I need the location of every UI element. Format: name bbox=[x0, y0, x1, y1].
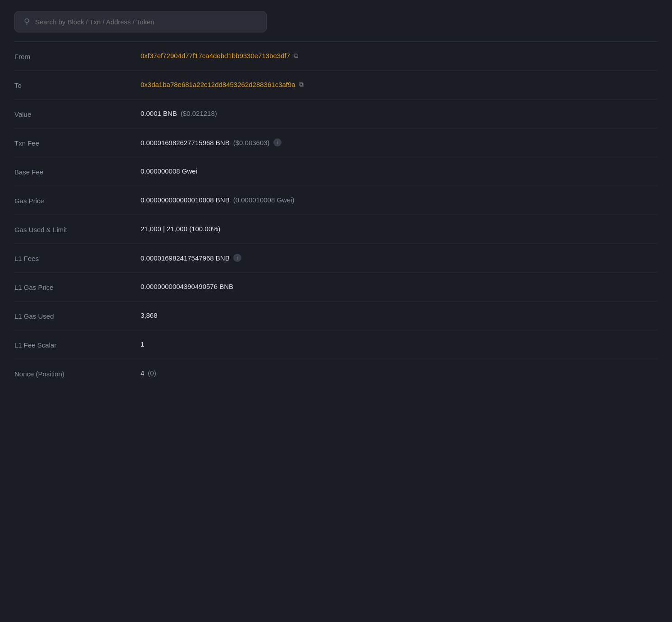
search-icon: ⚲ bbox=[24, 17, 30, 27]
value-usd: ($0.021218) bbox=[181, 110, 217, 117]
from-row: From 0xf37ef72904d77f17ca4debd1bb9330e71… bbox=[14, 42, 658, 71]
gas-used-limit-row: Gas Used & Limit 21,000 | 21,000 (100.00… bbox=[14, 215, 658, 244]
l1-fee-scalar-row: L1 Fee Scalar 1 bbox=[14, 330, 658, 359]
nonce-position: (0) bbox=[148, 369, 156, 377]
gas-price-gwei: (0.000010008 Gwei) bbox=[233, 196, 295, 204]
copy-from-icon[interactable]: ⧉ bbox=[294, 52, 298, 59]
txn-fee-usd: ($0.003603) bbox=[233, 139, 270, 146]
txn-fee-amount: 0.000016982627715968 BNB bbox=[141, 139, 230, 146]
search-input[interactable] bbox=[35, 18, 257, 26]
base-fee-value: 0.000000008 Gwei bbox=[141, 167, 197, 175]
transaction-details: From 0xf37ef72904d77f17ca4debd1bb9330e71… bbox=[0, 42, 672, 388]
to-address[interactable]: 0x3da1ba78e681a22c12dd8453262d288361c3af… bbox=[141, 81, 295, 88]
search-bar[interactable]: ⚲ bbox=[14, 11, 267, 32]
value-amount: 0.0001 BNB bbox=[141, 110, 177, 117]
l1-fees-info-icon[interactable]: i bbox=[233, 254, 241, 262]
to-row: To 0x3da1ba78e681a22c12dd8453262d288361c… bbox=[14, 71, 658, 100]
l1-gas-price-amount: 0.0000000004390490576 BNB bbox=[141, 283, 233, 290]
l1-gas-price-row: L1 Gas Price 0.0000000004390490576 BNB bbox=[14, 273, 658, 302]
base-fee-amount: 0.000000008 Gwei bbox=[141, 167, 197, 175]
l1-fees-row: L1 Fees 0.000016982417547968 BNB i bbox=[14, 244, 658, 273]
search-bar-container: ⚲ bbox=[0, 0, 672, 41]
gas-used-limit-label: Gas Used & Limit bbox=[14, 225, 141, 233]
l1-fee-scalar-value: 1 bbox=[141, 340, 144, 348]
l1-gas-used-value: 3,868 bbox=[141, 311, 158, 319]
base-fee-label: Base Fee bbox=[14, 167, 141, 176]
l1-fee-scalar-amount: 1 bbox=[141, 340, 144, 348]
value-value: 0.0001 BNB ($0.021218) bbox=[141, 110, 217, 117]
gas-used-limit-value: 21,000 | 21,000 (100.00%) bbox=[141, 225, 220, 233]
l1-gas-price-label: L1 Gas Price bbox=[14, 283, 141, 291]
from-value: 0xf37ef72904d77f17ca4debd1bb9330e713be3d… bbox=[141, 52, 298, 59]
l1-gas-used-row: L1 Gas Used 3,868 bbox=[14, 302, 658, 330]
copy-to-icon[interactable]: ⧉ bbox=[299, 81, 304, 88]
l1-fees-value: 0.000016982417547968 BNB i bbox=[141, 254, 241, 262]
l1-fee-scalar-label: L1 Fee Scalar bbox=[14, 340, 141, 349]
gas-price-value: 0.000000000000010008 BNB (0.000010008 Gw… bbox=[141, 196, 295, 204]
to-label: To bbox=[14, 81, 141, 89]
nonce-amount: 4 bbox=[141, 369, 144, 377]
txn-fee-row: Txn Fee 0.000016982627715968 BNB ($0.003… bbox=[14, 128, 658, 157]
value-label: Value bbox=[14, 110, 141, 118]
gas-price-amount: 0.000000000000010008 BNB bbox=[141, 196, 230, 204]
gas-price-row: Gas Price 0.000000000000010008 BNB (0.00… bbox=[14, 186, 658, 215]
to-value: 0x3da1ba78e681a22c12dd8453262d288361c3af… bbox=[141, 81, 304, 88]
l1-gas-used-label: L1 Gas Used bbox=[14, 311, 141, 320]
from-label: From bbox=[14, 52, 141, 60]
gas-used-limit-amount: 21,000 | 21,000 (100.00%) bbox=[141, 225, 220, 233]
from-address[interactable]: 0xf37ef72904d77f17ca4debd1bb9330e713be3d… bbox=[141, 52, 290, 59]
txn-fee-value: 0.000016982627715968 BNB ($0.003603) i bbox=[141, 138, 282, 146]
l1-gas-price-value: 0.0000000004390490576 BNB bbox=[141, 283, 233, 290]
base-fee-row: Base Fee 0.000000008 Gwei bbox=[14, 157, 658, 186]
value-row: Value 0.0001 BNB ($0.021218) bbox=[14, 100, 658, 128]
gas-price-label: Gas Price bbox=[14, 196, 141, 205]
l1-fees-amount: 0.000016982417547968 BNB bbox=[141, 254, 230, 262]
txn-fee-info-icon[interactable]: i bbox=[273, 138, 282, 146]
txn-fee-label: Txn Fee bbox=[14, 138, 141, 147]
nonce-row: Nonce (Position) 4 (0) bbox=[14, 359, 658, 388]
l1-fees-label: L1 Fees bbox=[14, 254, 141, 262]
nonce-value: 4 (0) bbox=[141, 369, 156, 377]
l1-gas-used-amount: 3,868 bbox=[141, 311, 158, 319]
nonce-label: Nonce (Position) bbox=[14, 369, 141, 378]
